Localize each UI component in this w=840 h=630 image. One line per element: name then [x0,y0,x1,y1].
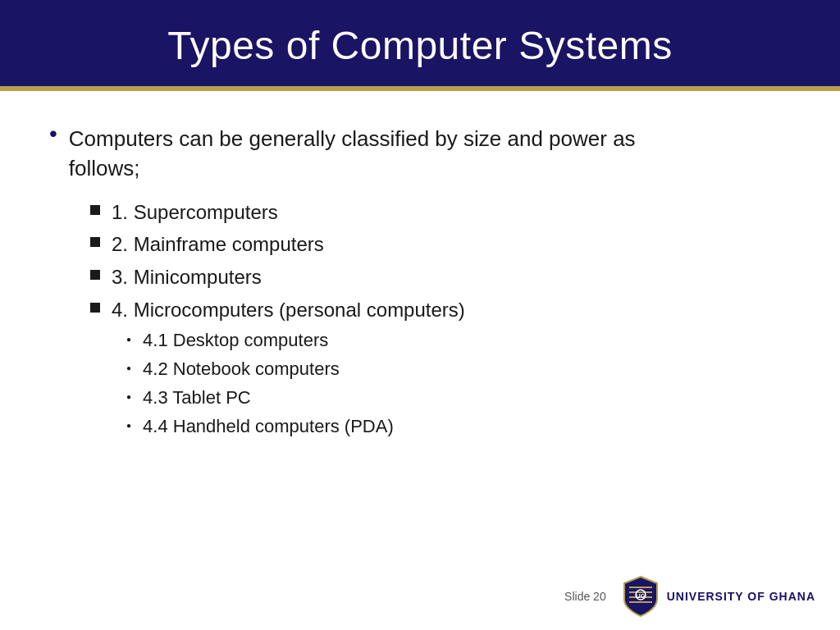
sub-item-label: 3. Minicomputers [112,263,262,291]
university-name-label: UNIVERSITY OF GHANA [667,590,815,603]
sub-sub-list: ● 4.1 Desktop computers ● 4.2 Notebook c… [126,328,791,439]
slide-content: • Computers can be generally classified … [0,91,840,567]
circle-bullet-icon: ● [126,335,131,344]
sub-item-label: 1. Supercomputers [112,199,278,226]
svg-text:UG: UG [636,592,646,600]
list-item: ● 4.1 Desktop computers [126,328,791,354]
circle-bullet-icon: ● [126,363,131,372]
sub-item-label: 2. Mainframe computers [112,231,324,258]
svg-rect-0 [629,587,652,588]
sub-item-label: 4. Microcomputers (personal computers) [112,296,465,324]
list-item: 3. Minicomputers [90,263,791,291]
list-item: ● 4.3 Tablet PC [126,386,791,411]
university-shield-icon: UG [623,575,659,618]
square-bullet-icon [90,303,100,313]
list-item: 1. Supercomputers [90,199,791,226]
sub-sub-item-label: 4.1 Desktop computers [143,328,328,354]
circle-bullet-icon: ● [126,392,131,401]
slide-footer: Slide 20 UG UNIVERSITY OF GHANA [0,567,840,630]
circle-bullet-icon: ● [126,421,131,430]
svg-rect-3 [629,601,652,603]
list-item: 2. Mainframe computers [90,231,791,258]
slide-header: Types of Computer Systems [0,0,840,91]
main-bullet-dot: • [49,121,57,147]
square-bullet-icon [90,205,100,215]
sub-sub-item-label: 4.4 Handheld computers (PDA) [143,414,394,440]
square-bullet-icon [90,270,100,280]
main-text-line1: Computers can be generally classified by… [69,126,636,151]
slide: Types of Computer Systems • Computers ca… [0,0,840,630]
main-bullet-text: Computers can be generally classified by… [69,124,636,184]
list-item: ● 4.2 Notebook computers [126,357,791,382]
square-bullet-icon [90,237,100,247]
university-logo: UG UNIVERSITY OF GHANA [623,575,815,618]
main-bullet-item: • Computers can be generally classified … [49,124,791,184]
sub-sub-item-label: 4.2 Notebook computers [143,357,340,382]
list-item: 4. Microcomputers (personal computers) [90,296,791,324]
list-item: ● 4.4 Handheld computers (PDA) [126,414,791,440]
sub-list: 1. Supercomputers 2. Mainframe computers… [90,199,791,443]
slide-number: Slide 20 [564,590,606,603]
main-text-line2: follows; [69,156,140,180]
slide-title: Types of Computer Systems [49,23,791,68]
sub-sub-item-label: 4.3 Tablet PC [143,386,251,411]
